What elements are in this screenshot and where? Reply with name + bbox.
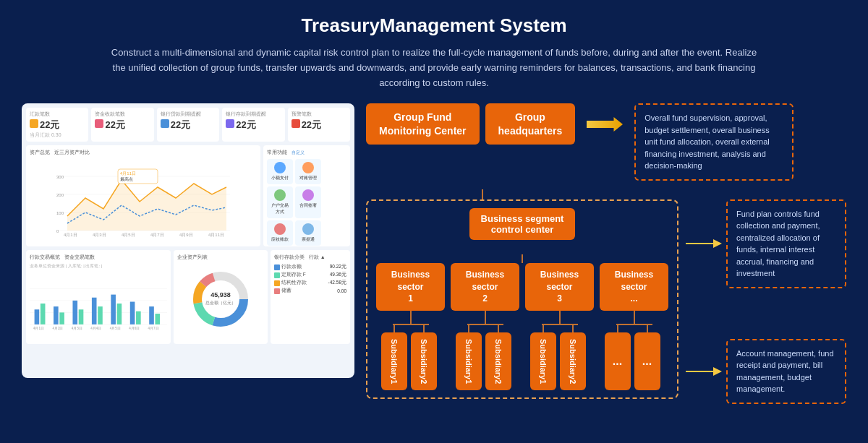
segment-control-center: Business segmentcontrol center — [469, 208, 576, 240]
dashboard-panel: 汇款笔数 22元 当月汇款 0.30 资金收款笔数 22元 银行贷款到期提醒 2… — [22, 103, 354, 378]
stat-card-4: 银行存款到期提醒 22元 — [222, 108, 284, 142]
sector-box-dots: Business sector... — [600, 263, 668, 311]
subsidiary-desc-box: Account management, fund receipt and pay… — [726, 339, 846, 404]
bar-chart: 行款交易概览 资金交易笔数 业务单位资金来源 | 入库笔: | 出库笔: | — [26, 250, 171, 344]
stat-card-5: 预警笔数 22元 — [288, 108, 350, 142]
stat-card-3: 银行贷款到期提醒 22元 — [157, 108, 219, 142]
dots-box-2: ... — [634, 332, 660, 390]
arrow-right-3 — [686, 364, 722, 379]
svg-rect-32 — [130, 302, 135, 324]
segment-desc-row: Fund plan controls fund collection and p… — [686, 199, 846, 288]
svg-text:100: 100 — [56, 211, 64, 215]
subsidiary-1-2: Subsidiary2 — [411, 332, 437, 390]
subsidiary-3-1: Subsidiary1 — [530, 332, 556, 390]
red-icon — [292, 119, 300, 128]
sector-column-1: Business sector1 Subsidiary1 — [376, 263, 445, 390]
svg-text:4月5日: 4月5日 — [110, 327, 121, 330]
svg-text:4月7日: 4月7日 — [148, 327, 159, 330]
subsidiary-2-2: Subsidiary2 — [485, 332, 511, 390]
stat-card-1: 汇款笔数 22元 当月汇款 0.30 — [26, 108, 88, 142]
svg-text:总金额（亿元）: 总金额（亿元） — [205, 300, 236, 306]
svg-text:4月7日: 4月7日 — [150, 233, 164, 237]
sector-box-3: Business sector3 — [525, 263, 594, 311]
quick-links: 常用功能 自定义 小额支付 对账管理 — [263, 145, 350, 246]
subsidiary-1-1: Subsidiary1 — [381, 332, 407, 390]
svg-text:4月6日: 4月6日 — [129, 327, 140, 330]
charts-row-top: 资产总览 近三月资产对比 0 100 200 300 — [26, 145, 350, 246]
donut-chart: 企业资产列表 45,938 总金额（亿元） — [174, 250, 268, 344]
svg-rect-22 — [35, 310, 40, 325]
v-connector-1 — [438, 189, 846, 199]
main-content: 汇款笔数 22元 当月汇款 0.30 资金收款笔数 22元 银行贷款到期提醒 2… — [22, 103, 846, 413]
legend-item-2: 定期存款 F 49.36元 — [274, 272, 346, 278]
dashboard-inner: 汇款笔数 22元 当月汇款 0.30 资金收款笔数 22元 银行贷款到期提醒 2… — [22, 103, 354, 378]
svg-text:300: 300 — [56, 175, 64, 179]
svg-rect-28 — [92, 298, 97, 324]
legend-item-4: 储蓄 0.00 — [274, 288, 346, 294]
svg-text:4月1日: 4月1日 — [64, 233, 77, 237]
donut-svg: 45,938 总金额（亿元） — [188, 267, 253, 332]
svg-text:4月4日: 4月4日 — [90, 327, 101, 330]
arrow-right-2 — [686, 236, 722, 251]
subsidiary-3-2: Subsidiary2 — [560, 332, 586, 390]
segment-container: Business segmentcontrol center Business … — [366, 199, 678, 399]
right-descs: Fund plan controls fund collection and p… — [686, 199, 846, 404]
purple-icon — [226, 119, 234, 128]
svg-marker-52 — [713, 239, 722, 248]
svg-text:4月5日: 4月5日 — [122, 233, 135, 237]
svg-rect-30 — [111, 295, 116, 324]
quick-link-1[interactable]: 小额支付 — [267, 159, 293, 184]
svg-text:4月1日: 4月1日 — [33, 327, 44, 330]
svg-rect-35 — [155, 314, 160, 324]
svg-marker-50 — [587, 117, 623, 132]
orange-icon — [30, 119, 38, 128]
top-desc-box: Overall fund supervision, approval, budg… — [634, 103, 793, 181]
page-wrapper: TreasuryManagement System Construct a mu… — [0, 0, 868, 443]
svg-text:45,938: 45,938 — [210, 291, 231, 298]
quick-link-3[interactable]: 户户交易方式 — [267, 186, 293, 218]
group-headquarters: Groupheadquarters — [485, 103, 576, 144]
middle-row: Business segmentcontrol center Business … — [366, 199, 846, 406]
sector-box-2: Business sector2 — [451, 263, 519, 311]
svg-rect-27 — [79, 310, 84, 325]
top-boxes-group: Group FundMonitoring Center Groupheadqua… — [366, 103, 629, 144]
quick-link-4[interactable]: 合同签署 — [295, 186, 321, 218]
legend-item-3: 结构性存款 -42.58元 — [274, 280, 346, 286]
blue-icon — [161, 119, 169, 128]
quick-link-5[interactable]: 应收账款 — [267, 220, 293, 246]
quick-links-grid: 小额支付 对账管理 户户交易方式 — [267, 159, 346, 246]
dots-box-1: ... — [605, 332, 631, 390]
segment-label-row: Business segmentcontrol center — [376, 208, 668, 247]
svg-text:4月3日: 4月3日 — [93, 233, 106, 237]
legend-item-1: 行款余额 90.22元 — [274, 264, 346, 270]
subsidiary-desc-row: Account management, fund receipt and pay… — [686, 339, 846, 404]
top-level-row: Group FundMonitoring Center Groupheadqua… — [366, 103, 846, 181]
sector-column-3: Business sector3 Subsidiary1 — [525, 263, 594, 390]
segment-desc-box: Fund plan controls fund collection and p… — [726, 199, 846, 288]
svg-text:4月11日: 4月11日 — [120, 171, 136, 176]
bar-chart-svg: 4月1日 4月2日 4月3日 4月4日 4月5日 4月6日 4月7日 — [30, 271, 167, 336]
svg-rect-23 — [41, 304, 46, 324]
svg-rect-29 — [98, 307, 103, 325]
sector-column-2: Business sector2 Subsidiary1 — [451, 263, 519, 390]
charts-row-bottom: 行款交易概览 资金交易笔数 业务单位资金来源 | 入库笔: | 出库笔: | — [26, 250, 350, 344]
sectors-row: Business sector1 Subsidiary1 — [376, 263, 668, 390]
svg-text:0: 0 — [56, 229, 59, 233]
legend-panel: 银行存款分类 行款 ▲ 行款余额 90.22元 定期存款 F 49.36元 — [271, 250, 350, 344]
svg-rect-24 — [54, 307, 59, 325]
page-title: TreasuryManagement System — [22, 14, 846, 37]
svg-text:最高点: 最高点 — [120, 176, 133, 181]
svg-text:4月11日: 4月11日 — [208, 233, 224, 237]
pink-icon — [95, 119, 103, 128]
svg-text:4月2日: 4月2日 — [52, 327, 63, 330]
svg-marker-54 — [713, 367, 722, 376]
quick-link-2[interactable]: 对账管理 — [295, 159, 321, 184]
group-fund-monitoring-center: Group FundMonitoring Center — [366, 103, 480, 144]
line-chart-left: 资产总览 近三月资产对比 0 100 200 300 — [26, 145, 260, 246]
stats-row: 汇款笔数 22元 当月汇款 0.30 资金收款笔数 22元 银行贷款到期提醒 2… — [26, 108, 350, 142]
subsidiary-2-1: Subsidiary1 — [456, 332, 482, 390]
stat-card-2: 资金收款笔数 22元 — [91, 108, 153, 142]
svg-rect-25 — [59, 313, 64, 325]
quick-link-6[interactable]: 票据通 — [295, 220, 321, 246]
svg-text:200: 200 — [56, 193, 64, 197]
